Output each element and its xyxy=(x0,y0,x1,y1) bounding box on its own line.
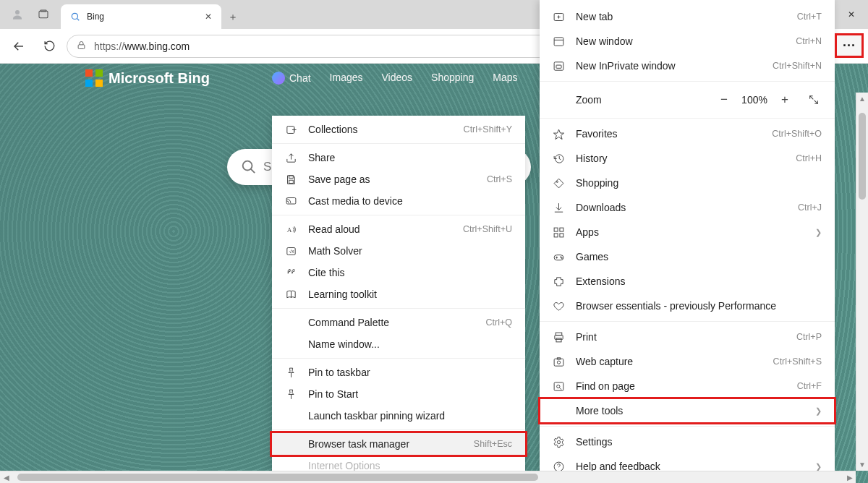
submenu-launch-pin-wizard[interactable]: Launch taskbar pinning wizard xyxy=(272,405,525,427)
pin-icon xyxy=(284,367,298,379)
menu-favorites[interactable]: Favorites Ctrl+Shift+O xyxy=(540,121,835,146)
submenu-cast[interactable]: Cast media to device xyxy=(272,190,525,212)
fullscreen-button[interactable] xyxy=(801,89,826,111)
titlebar-left-icons xyxy=(3,0,61,29)
settings-and-more-button[interactable]: ··· xyxy=(835,33,864,58)
games-icon xyxy=(551,251,566,263)
bing-favicon-icon xyxy=(69,11,81,22)
pin-icon xyxy=(284,388,298,401)
horizontal-scrollbar[interactable]: ◀ ▶ xyxy=(0,471,856,483)
submenu-command-palette[interactable]: Command Palette Ctrl+Q xyxy=(272,312,525,333)
settings-icon xyxy=(551,436,566,448)
scroll-thumb[interactable] xyxy=(859,113,866,200)
menu-new-window[interactable]: New window Ctrl+N xyxy=(540,29,835,54)
menu-history[interactable]: History Ctrl+H xyxy=(540,146,835,171)
svg-rect-52 xyxy=(289,180,293,183)
shopping-icon xyxy=(551,177,566,189)
workspaces-icon[interactable] xyxy=(32,3,55,26)
web-capture-icon xyxy=(551,356,566,368)
chevron-right-icon: ❯ xyxy=(815,406,822,416)
menu-shopping[interactable]: Shopping xyxy=(540,171,835,195)
ellipsis-icon: ··· xyxy=(843,38,856,54)
menu-web-capture[interactable]: Web capture Ctrl+Shift+S xyxy=(540,349,835,374)
new-tab-icon xyxy=(551,11,566,23)
svg-point-3 xyxy=(72,13,77,19)
more-tools-submenu: Collections Ctrl+Shift+Y Share Save page… xyxy=(272,116,525,483)
submenu-read-aloud[interactable]: A Read aloud Ctrl+Shift+U xyxy=(272,218,525,240)
inprivate-icon xyxy=(551,60,566,72)
refresh-button[interactable] xyxy=(36,33,62,59)
bing-nav-images[interactable]: Images xyxy=(330,72,363,85)
svg-rect-33 xyxy=(556,333,562,335)
scroll-down-icon[interactable]: ▼ xyxy=(856,458,868,471)
menu-new-inprivate[interactable]: New InPrivate window Ctrl+Shift+N xyxy=(540,54,835,78)
scroll-left-icon[interactable]: ◀ xyxy=(0,471,12,483)
submenu-learning[interactable]: Learning toolkit xyxy=(272,283,525,305)
svg-rect-16 xyxy=(556,65,561,68)
scroll-up-icon[interactable]: ▲ xyxy=(856,93,868,105)
submenu-name-window[interactable]: Name window... xyxy=(272,333,525,355)
bing-nav-videos[interactable]: Videos xyxy=(382,72,413,85)
scroll-thumb-h[interactable] xyxy=(17,474,538,481)
tab-title: Bing xyxy=(87,12,195,22)
bing-logo[interactable]: Microsoft Bing xyxy=(85,69,210,87)
chevron-right-icon: ❯ xyxy=(815,462,822,471)
back-button[interactable] xyxy=(6,33,32,59)
settings-menu: New tab Ctrl+T New window Ctrl+N New InP… xyxy=(540,0,835,483)
close-window-button[interactable]: ✕ xyxy=(835,3,868,26)
submenu-collections[interactable]: Collections Ctrl+Shift+Y xyxy=(272,119,525,140)
submenu-cite[interactable]: Cite this xyxy=(272,262,525,283)
zoom-value: 100% xyxy=(736,94,773,106)
tab-close-button[interactable]: ✕ xyxy=(201,9,216,24)
print-icon xyxy=(551,331,566,343)
submenu-pin-taskbar[interactable]: Pin to taskbar xyxy=(272,362,525,383)
menu-extensions[interactable]: Extensions xyxy=(540,269,835,294)
new-window-icon xyxy=(551,35,566,48)
bing-nav-chat[interactable]: Chat xyxy=(272,72,311,85)
svg-point-40 xyxy=(556,385,559,388)
svg-text:√x: √x xyxy=(289,249,294,254)
bing-nav-maps[interactable]: Maps xyxy=(493,72,517,85)
apps-icon xyxy=(551,226,566,239)
svg-point-21 xyxy=(556,181,558,182)
url-text: https://www.bing.com xyxy=(94,40,190,52)
menu-essentials[interactable]: Browser essentials - previously Performa… xyxy=(540,294,835,318)
svg-line-17 xyxy=(810,96,814,100)
menu-print[interactable]: Print Ctrl+P xyxy=(540,325,835,349)
collections-icon xyxy=(284,124,298,136)
submenu-pin-start[interactable]: Pin to Start xyxy=(272,383,525,405)
chat-icon xyxy=(272,72,285,85)
svg-point-31 xyxy=(560,256,561,257)
profile-icon[interactable] xyxy=(6,3,29,26)
submenu-save-page[interactable]: Save page as Ctrl+S xyxy=(272,168,525,190)
browser-tab[interactable]: Bing ✕ xyxy=(61,4,221,29)
submenu-share[interactable]: Share xyxy=(272,147,525,168)
svg-rect-24 xyxy=(554,228,558,231)
svg-marker-19 xyxy=(553,129,563,139)
menu-find[interactable]: Find on page Ctrl+F xyxy=(540,374,835,398)
svg-rect-39 xyxy=(554,382,563,390)
menu-downloads[interactable]: Downloads Ctrl+J xyxy=(540,195,835,220)
submenu-task-manager[interactable]: Browser task manager Shift+Esc xyxy=(272,433,525,455)
menu-games[interactable]: Games xyxy=(540,244,835,269)
svg-line-4 xyxy=(77,18,79,20)
history-icon xyxy=(551,153,566,165)
zoom-in-button[interactable]: + xyxy=(773,89,797,111)
scroll-right-icon[interactable]: ▶ xyxy=(843,471,856,483)
svg-rect-26 xyxy=(554,233,558,236)
svg-point-37 xyxy=(557,361,560,364)
save-icon xyxy=(284,174,298,186)
bing-nav-shopping[interactable]: Shopping xyxy=(431,72,474,85)
submenu-math[interactable]: √x Math Solver xyxy=(272,240,525,262)
menu-settings[interactable]: Settings xyxy=(540,429,835,454)
site-lock-icon[interactable] xyxy=(76,40,87,53)
new-tab-button[interactable]: ＋ xyxy=(221,6,244,29)
menu-more-tools[interactable]: More tools ❯ xyxy=(540,398,835,423)
zoom-out-button[interactable]: − xyxy=(712,89,736,111)
vertical-scrollbar[interactable]: ▲ ▼ xyxy=(856,93,868,471)
svg-rect-36 xyxy=(554,359,563,366)
menu-new-tab[interactable]: New tab Ctrl+T xyxy=(540,4,835,29)
read-aloud-icon: A xyxy=(284,223,298,236)
menu-apps[interactable]: Apps ❯ xyxy=(540,220,835,244)
svg-rect-15 xyxy=(554,61,563,69)
